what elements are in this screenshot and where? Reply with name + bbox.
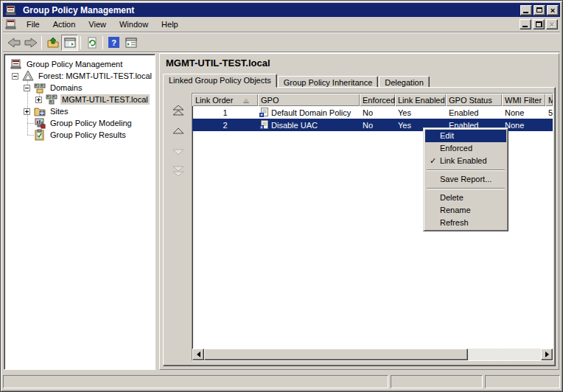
- scrollbar-track[interactable]: [468, 349, 541, 360]
- column-header-wmi-filter[interactable]: WMI Filter: [502, 94, 545, 106]
- column-header-gpo-status[interactable]: GPO Status: [446, 94, 502, 106]
- tree-item-domain-mgmt-util-test[interactable]: MGMT-UTIL-TEST.local: [35, 94, 150, 105]
- cell-enforced: No: [360, 121, 395, 130]
- mdi-minimize-button[interactable]: [520, 19, 531, 29]
- refresh-button[interactable]: [83, 35, 100, 51]
- context-menu-item-refresh[interactable]: Refresh: [425, 217, 506, 229]
- close-button[interactable]: ×: [547, 5, 559, 15]
- collapse-icon[interactable]: [24, 85, 30, 91]
- column-header-link-order[interactable]: Link Order: [192, 94, 258, 106]
- move-to-bottom-button[interactable]: [170, 164, 186, 178]
- cell-link-enabled: Yes: [395, 108, 446, 117]
- page-title: MGMT-UTIL-TEST.local: [166, 57, 270, 69]
- up-one-level-icon: [47, 37, 59, 49]
- gpo-icon: [259, 108, 269, 117]
- toolbar: ?: [3, 33, 560, 52]
- move-down-button[interactable]: [170, 145, 186, 158]
- column-header-link-enabled[interactable]: Link Enabled: [395, 94, 446, 106]
- mdi-close-button[interactable]: ×: [546, 19, 558, 29]
- menu-action[interactable]: Action: [46, 18, 83, 31]
- tree-item-group-policy-management[interactable]: Group Policy Management: [10, 58, 124, 70]
- move-down-icon: [172, 149, 185, 155]
- show-action-pane-icon: [125, 37, 137, 49]
- checkmark-icon: ✓: [430, 155, 436, 167]
- move-up-button[interactable]: [170, 125, 186, 138]
- toolbar-separator: [80, 36, 81, 49]
- close-icon: ×: [550, 7, 555, 14]
- up-one-level-button[interactable]: [44, 35, 61, 51]
- back-button[interactable]: [5, 35, 22, 51]
- mdi-restore-icon: [536, 21, 542, 27]
- results-icon: [34, 129, 46, 141]
- menu-window[interactable]: Window: [113, 18, 155, 31]
- expand-icon[interactable]: [24, 108, 30, 115]
- help-icon: ?: [108, 37, 119, 48]
- tree-item-sites[interactable]: Sites: [24, 105, 69, 117]
- column-header-gpo[interactable]: GPO: [258, 94, 360, 106]
- gpo-name: Default Domain Policy: [271, 108, 351, 117]
- status-bar: [3, 372, 560, 390]
- title-bar: Group Policy Management ×: [3, 3, 560, 17]
- tree-item-forest[interactable]: Forest: MGMT-UTIL-TEST.local: [12, 70, 153, 82]
- mdi-close-icon: ×: [550, 21, 554, 28]
- cell-gpo: Disable UAC: [258, 120, 360, 130]
- domain-icon: [46, 94, 57, 105]
- tree-item-label: MGMT-UTIL-TEST.local: [60, 94, 150, 105]
- mdi-restore-button[interactable]: [533, 19, 545, 29]
- scroll-left-icon: [197, 351, 200, 357]
- tree-item-group-policy-modeling[interactable]: Group Policy Modeling: [24, 117, 133, 129]
- scrollbar-thumb[interactable]: [204, 349, 468, 360]
- forward-button[interactable]: [22, 35, 39, 51]
- column-header-enforced[interactable]: Enforced: [360, 94, 395, 106]
- tab-strip: Linked Group Policy Objects Group Policy…: [163, 74, 556, 88]
- back-icon: [7, 37, 21, 49]
- tab-linked-group-policy-objects[interactable]: Linked Group Policy Objects: [163, 74, 277, 88]
- expand-icon[interactable]: [35, 97, 42, 103]
- minimize-button[interactable]: [520, 5, 532, 15]
- menu-help[interactable]: Help: [155, 18, 185, 31]
- forward-icon: [24, 37, 38, 49]
- status-pane-3: [485, 375, 560, 388]
- show-console-tree-button[interactable]: [61, 35, 78, 51]
- toolbar-separator: [102, 36, 103, 49]
- context-menu-item-edit[interactable]: Edit: [425, 130, 506, 142]
- help-button[interactable]: ?: [105, 35, 122, 51]
- window-title: Group Policy Management: [23, 5, 134, 15]
- column-header-modified[interactable]: Modified: [545, 94, 553, 106]
- scroll-right-icon: [545, 351, 549, 357]
- move-to-top-button[interactable]: [170, 104, 186, 117]
- collapse-icon[interactable]: [12, 73, 18, 80]
- tree-item-group-policy-results[interactable]: Group Policy Results: [24, 129, 127, 141]
- menu-bar: File Action View Window Help ×: [3, 17, 560, 32]
- cell-wmi-filter: None: [502, 108, 545, 117]
- maximize-button[interactable]: [534, 5, 545, 15]
- tree-item-domains[interactable]: Domains: [24, 82, 83, 94]
- menu-view[interactable]: View: [82, 18, 113, 31]
- scroll-right-button[interactable]: [541, 349, 553, 360]
- sites-icon: [34, 105, 46, 117]
- cell-link-order: 2: [192, 121, 258, 130]
- context-menu-item-link-enabled[interactable]: ✓ Link Enabled: [425, 155, 506, 167]
- menu-file[interactable]: File: [20, 18, 46, 31]
- tab-group-policy-inheritance[interactable]: Group Policy Inheritance: [278, 76, 378, 88]
- context-menu-item-enforced[interactable]: Enforced: [425, 142, 506, 155]
- cell-gpo: Default Domain Policy: [258, 108, 360, 117]
- gpmc-icon: [10, 58, 22, 70]
- context-menu-item-delete[interactable]: Delete: [425, 192, 506, 204]
- show-action-pane-button[interactable]: [122, 35, 139, 51]
- toolbar-separator: [41, 36, 42, 49]
- cell-enforced: No: [360, 108, 395, 117]
- tree-item-label: Group Policy Management: [25, 59, 124, 69]
- sort-ascending-icon: [243, 98, 249, 102]
- status-pane-main: [3, 375, 388, 388]
- table-row-default-domain-policy[interactable]: 1 Default Domain Policy: [192, 106, 553, 119]
- context-menu-item-rename[interactable]: Rename: [425, 204, 506, 217]
- minimize-icon: [523, 12, 528, 13]
- context-menu-item-save-report[interactable]: Save Report...: [425, 173, 506, 186]
- scroll-left-button[interactable]: [192, 349, 204, 360]
- refresh-icon: [86, 37, 98, 49]
- tab-delegation[interactable]: Delegation: [379, 76, 430, 88]
- cell-gpo-status: Enabled: [446, 108, 502, 117]
- mdi-minimize-icon: [522, 26, 528, 27]
- menu-separator: [427, 169, 505, 170]
